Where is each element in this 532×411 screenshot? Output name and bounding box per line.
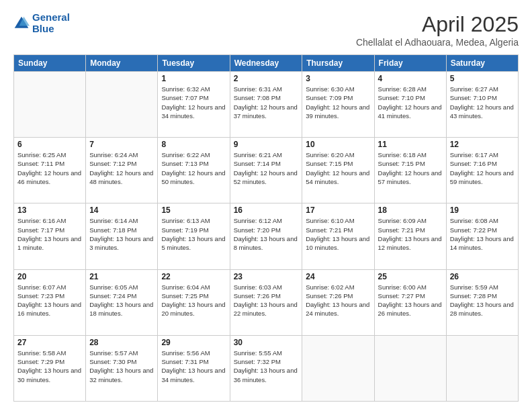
logo: General Blue (13, 12, 70, 34)
calendar-cell: 12Sunrise: 6:17 AM Sunset: 7:16 PM Dayli… (446, 138, 518, 203)
calendar-cell (86, 72, 158, 138)
day-number: 14 (89, 205, 154, 215)
subtitle: Chellalat el Adhaouara, Medea, Algeria (356, 37, 519, 48)
calendar-cell: 3Sunrise: 6:30 AM Sunset: 7:09 PM Daylig… (302, 72, 374, 138)
weekday-thursday: Thursday (302, 55, 374, 72)
calendar-cell: 24Sunrise: 6:02 AM Sunset: 7:26 PM Dayli… (302, 269, 374, 335)
day-number: 15 (161, 205, 226, 215)
calendar-cell: 11Sunrise: 6:18 AM Sunset: 7:15 PM Dayli… (374, 138, 446, 203)
day-number: 12 (450, 140, 515, 149)
calendar-cell: 28Sunrise: 5:57 AM Sunset: 7:30 PM Dayli… (86, 335, 158, 401)
day-info: Sunrise: 5:55 AM Sunset: 7:32 PM Dayligh… (234, 349, 299, 384)
calendar-cell: 19Sunrise: 6:08 AM Sunset: 7:22 PM Dayli… (446, 203, 518, 269)
day-number: 30 (234, 338, 299, 347)
calendar-cell: 13Sunrise: 6:16 AM Sunset: 7:17 PM Dayli… (14, 203, 86, 269)
page: General Blue April 2025 Chellalat el Adh… (0, 0, 532, 411)
calendar-cell (302, 335, 374, 401)
calendar-week-row: 13Sunrise: 6:16 AM Sunset: 7:17 PM Dayli… (14, 203, 519, 269)
day-number: 8 (161, 140, 226, 149)
weekday-wednesday: Wednesday (230, 55, 302, 72)
logo-text: General Blue (32, 12, 70, 34)
day-number: 17 (306, 205, 370, 215)
day-number: 5 (450, 74, 515, 83)
calendar-cell: 8Sunrise: 6:22 AM Sunset: 7:13 PM Daylig… (158, 138, 230, 203)
weekday-monday: Monday (86, 55, 158, 72)
day-info: Sunrise: 6:10 AM Sunset: 7:21 PM Dayligh… (306, 216, 370, 252)
day-info: Sunrise: 6:28 AM Sunset: 7:10 PM Dayligh… (378, 85, 443, 120)
day-info: Sunrise: 6:04 AM Sunset: 7:25 PM Dayligh… (161, 283, 226, 318)
calendar-cell: 10Sunrise: 6:20 AM Sunset: 7:15 PM Dayli… (302, 138, 374, 203)
logo-general: General (32, 11, 70, 23)
calendar-cell: 15Sunrise: 6:13 AM Sunset: 7:19 PM Dayli… (158, 203, 230, 269)
day-number: 18 (378, 205, 443, 215)
calendar-cell: 21Sunrise: 6:05 AM Sunset: 7:24 PM Dayli… (86, 269, 158, 335)
day-info: Sunrise: 6:14 AM Sunset: 7:18 PM Dayligh… (89, 216, 154, 252)
day-info: Sunrise: 5:58 AM Sunset: 7:29 PM Dayligh… (17, 349, 82, 384)
day-info: Sunrise: 5:59 AM Sunset: 7:28 PM Dayligh… (450, 283, 515, 318)
day-info: Sunrise: 6:13 AM Sunset: 7:19 PM Dayligh… (161, 216, 226, 252)
day-info: Sunrise: 6:32 AM Sunset: 7:07 PM Dayligh… (161, 85, 226, 120)
day-number: 27 (17, 338, 82, 347)
day-number: 21 (89, 272, 154, 281)
day-number: 3 (306, 74, 370, 83)
day-info: Sunrise: 6:25 AM Sunset: 7:11 PM Dayligh… (17, 150, 82, 186)
day-number: 1 (161, 74, 226, 83)
day-number: 6 (17, 140, 82, 149)
logo-blue: Blue (32, 23, 54, 34)
day-info: Sunrise: 6:20 AM Sunset: 7:15 PM Dayligh… (306, 150, 370, 186)
calendar-cell: 16Sunrise: 6:12 AM Sunset: 7:20 PM Dayli… (230, 203, 302, 269)
main-title: April 2025 (356, 12, 519, 37)
day-number: 2 (234, 74, 299, 83)
calendar-cell: 30Sunrise: 5:55 AM Sunset: 7:32 PM Dayli… (230, 335, 302, 401)
calendar-week-row: 6Sunrise: 6:25 AM Sunset: 7:11 PM Daylig… (14, 138, 519, 203)
day-number: 4 (378, 74, 443, 83)
calendar-cell: 1Sunrise: 6:32 AM Sunset: 7:07 PM Daylig… (158, 72, 230, 138)
day-number: 23 (234, 272, 299, 281)
calendar-cell: 25Sunrise: 6:00 AM Sunset: 7:27 PM Dayli… (374, 269, 446, 335)
header: General Blue April 2025 Chellalat el Adh… (13, 12, 519, 48)
day-number: 9 (234, 140, 299, 149)
day-info: Sunrise: 6:07 AM Sunset: 7:23 PM Dayligh… (17, 283, 82, 318)
weekday-friday: Friday (374, 55, 446, 72)
calendar-cell: 29Sunrise: 5:56 AM Sunset: 7:31 PM Dayli… (158, 335, 230, 401)
weekday-tuesday: Tuesday (158, 55, 230, 72)
calendar-cell: 20Sunrise: 6:07 AM Sunset: 7:23 PM Dayli… (14, 269, 86, 335)
day-info: Sunrise: 6:05 AM Sunset: 7:24 PM Dayligh… (89, 283, 154, 318)
day-info: Sunrise: 5:57 AM Sunset: 7:30 PM Dayligh… (89, 349, 154, 384)
calendar-cell: 23Sunrise: 6:03 AM Sunset: 7:26 PM Dayli… (230, 269, 302, 335)
calendar-cell: 2Sunrise: 6:31 AM Sunset: 7:08 PM Daylig… (230, 72, 302, 138)
day-info: Sunrise: 6:17 AM Sunset: 7:16 PM Dayligh… (450, 150, 515, 186)
calendar-cell: 18Sunrise: 6:09 AM Sunset: 7:21 PM Dayli… (374, 203, 446, 269)
title-block: April 2025 Chellalat el Adhaouara, Medea… (356, 12, 519, 48)
day-info: Sunrise: 6:09 AM Sunset: 7:21 PM Dayligh… (378, 216, 443, 252)
calendar-table: SundayMondayTuesdayWednesdayThursdayFrid… (13, 54, 519, 402)
day-info: Sunrise: 6:03 AM Sunset: 7:26 PM Dayligh… (234, 283, 299, 318)
day-number: 25 (378, 272, 443, 281)
calendar-cell (446, 335, 518, 401)
calendar-cell: 6Sunrise: 6:25 AM Sunset: 7:11 PM Daylig… (14, 138, 86, 203)
day-number: 16 (234, 205, 299, 215)
calendar-cell (14, 72, 86, 138)
calendar-cell: 7Sunrise: 6:24 AM Sunset: 7:12 PM Daylig… (86, 138, 158, 203)
calendar-cell: 14Sunrise: 6:14 AM Sunset: 7:18 PM Dayli… (86, 203, 158, 269)
day-info: Sunrise: 5:56 AM Sunset: 7:31 PM Dayligh… (161, 349, 226, 384)
day-info: Sunrise: 6:02 AM Sunset: 7:26 PM Dayligh… (306, 283, 370, 318)
day-number: 22 (161, 272, 226, 281)
weekday-saturday: Saturday (446, 55, 518, 72)
calendar-week-row: 1Sunrise: 6:32 AM Sunset: 7:07 PM Daylig… (14, 72, 519, 138)
day-info: Sunrise: 6:30 AM Sunset: 7:09 PM Dayligh… (306, 85, 370, 120)
day-number: 28 (89, 338, 154, 347)
day-info: Sunrise: 6:24 AM Sunset: 7:12 PM Dayligh… (89, 150, 154, 186)
calendar-cell: 9Sunrise: 6:21 AM Sunset: 7:14 PM Daylig… (230, 138, 302, 203)
calendar-week-row: 20Sunrise: 6:07 AM Sunset: 7:23 PM Dayli… (14, 269, 519, 335)
day-info: Sunrise: 6:16 AM Sunset: 7:17 PM Dayligh… (17, 216, 82, 252)
calendar-cell: 17Sunrise: 6:10 AM Sunset: 7:21 PM Dayli… (302, 203, 374, 269)
day-number: 24 (306, 272, 370, 281)
day-number: 13 (17, 205, 82, 215)
day-number: 19 (450, 205, 515, 215)
day-info: Sunrise: 6:21 AM Sunset: 7:14 PM Dayligh… (234, 150, 299, 186)
day-info: Sunrise: 6:27 AM Sunset: 7:10 PM Dayligh… (450, 85, 515, 120)
calendar-cell: 22Sunrise: 6:04 AM Sunset: 7:25 PM Dayli… (158, 269, 230, 335)
calendar-cell: 4Sunrise: 6:28 AM Sunset: 7:10 PM Daylig… (374, 72, 446, 138)
logo-icon (13, 15, 30, 32)
